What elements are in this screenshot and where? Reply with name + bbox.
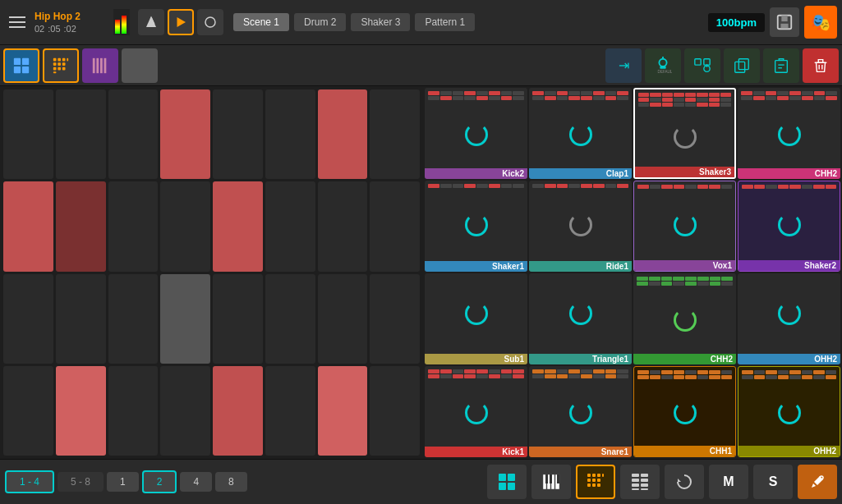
loop-icon — [569, 401, 592, 424]
svg-rect-62 — [632, 474, 639, 477]
scene-tab-1[interactable]: Scene 1 — [233, 13, 289, 31]
solo-button[interactable]: S — [753, 465, 793, 499]
clip-cell[interactable]: Shaker2 — [738, 181, 840, 272]
pad[interactable] — [3, 274, 53, 364]
metronome-button[interactable] — [138, 9, 164, 35]
play-button[interactable] — [168, 9, 194, 35]
clip-cell[interactable]: OHH2 — [738, 273, 840, 364]
right-tools: ⇥ DEFAULT — [605, 48, 839, 83]
pad[interactable] — [108, 366, 159, 456]
view-clips-button[interactable] — [82, 48, 118, 83]
pad[interactable] — [370, 181, 420, 271]
clip-cell[interactable]: CHH2 — [633, 273, 736, 364]
pad[interactable] — [318, 89, 368, 179]
mini-pattern — [425, 88, 527, 101]
mini-pattern — [425, 181, 527, 189]
page-1-4-button[interactable]: 1 - 4 — [5, 470, 54, 493]
pad[interactable] — [370, 366, 420, 456]
pad[interactable] — [318, 181, 368, 271]
pad[interactable] — [370, 89, 420, 179]
paste-clip-button[interactable] — [763, 48, 799, 83]
clip-label: CHH2 — [633, 354, 736, 364]
piano-roll-button[interactable] — [531, 465, 571, 499]
pad[interactable] — [160, 181, 210, 271]
page-5-8-button[interactable]: 5 - 8 — [58, 472, 104, 492]
clip-cell[interactable]: Vox1 — [633, 181, 736, 272]
settings-clip-button[interactable] — [684, 48, 720, 83]
pad[interactable] — [213, 89, 263, 179]
clip-cell[interactable]: Ride1 — [529, 181, 632, 272]
clip-cell[interactable]: Kick1 — [425, 366, 527, 457]
menu-line — [9, 26, 25, 28]
pad[interactable] — [56, 181, 106, 271]
pad[interactable] — [265, 89, 315, 179]
pattern-button[interactable] — [576, 465, 615, 499]
page-4-button[interactable]: 4 — [180, 472, 212, 492]
mini-pattern — [634, 181, 735, 190]
bpm-display[interactable]: 100bpm — [708, 13, 765, 32]
pad[interactable] — [108, 274, 159, 364]
mini-pattern — [738, 367, 840, 380]
reset-button[interactable] — [665, 465, 704, 499]
clip-cell[interactable]: Kick2 — [425, 88, 527, 179]
clip-cell[interactable]: CHH1 — [633, 366, 736, 457]
view-grid-button[interactable] — [43, 48, 79, 83]
default-button[interactable]: DEFAULT — [645, 48, 681, 83]
pad[interactable] — [213, 181, 263, 271]
mute-button[interactable]: M — [709, 465, 748, 499]
svg-point-26 — [659, 58, 666, 66]
pad[interactable] — [160, 89, 210, 179]
clip-cell[interactable]: Sub1 — [425, 273, 527, 364]
page-1-button[interactable]: 1 — [107, 472, 139, 492]
clip-cell[interactable]: Shaker3 — [633, 88, 736, 179]
pad[interactable] — [160, 274, 210, 364]
clip-cell[interactable]: Clap1 — [529, 88, 632, 179]
save-button[interactable] — [770, 7, 799, 37]
view-pads-button[interactable] — [3, 48, 39, 83]
record-button[interactable] — [197, 9, 223, 35]
delete-clip-button[interactable] — [803, 48, 839, 83]
svg-rect-44 — [508, 483, 515, 490]
clip-cell[interactable]: Snare1 — [529, 366, 632, 457]
level-meter — [113, 9, 130, 35]
pad[interactable] — [108, 89, 159, 179]
loop-icon — [674, 309, 697, 332]
pad[interactable] — [56, 89, 106, 179]
view-empty-button[interactable] — [122, 48, 158, 83]
page-2-button[interactable]: 2 — [142, 470, 177, 493]
pad[interactable] — [370, 274, 420, 364]
clip-cell[interactable]: CHH2 — [738, 88, 840, 179]
pattern-tab[interactable]: Pattern 1 — [415, 13, 475, 31]
pad[interactable] — [160, 366, 210, 456]
svg-marker-70 — [678, 479, 681, 482]
svg-rect-59 — [587, 483, 591, 487]
svg-rect-49 — [545, 474, 548, 483]
pad[interactable] — [213, 274, 263, 364]
jump-to-button[interactable]: ⇥ — [605, 48, 642, 83]
mini-pattern — [634, 367, 735, 380]
clip-cell[interactable]: Triangle1 — [529, 273, 632, 364]
tools-button[interactable] — [798, 465, 837, 499]
pad[interactable] — [56, 366, 106, 456]
pad[interactable] — [3, 366, 53, 456]
pad[interactable] — [318, 274, 368, 364]
pad[interactable] — [3, 89, 53, 179]
shaker-tab[interactable]: Shaker 3 — [351, 13, 410, 31]
pad[interactable] — [3, 181, 53, 271]
pad[interactable] — [265, 366, 315, 456]
full-grid-button[interactable] — [620, 465, 660, 499]
drum-tab[interactable]: Drum 2 — [294, 13, 346, 31]
clip-cell[interactable]: OHH2 — [738, 366, 840, 457]
menu-button[interactable] — [5, 10, 30, 34]
pad[interactable] — [318, 366, 368, 456]
pads-view-button[interactable] — [487, 465, 527, 499]
pad[interactable] — [108, 181, 159, 271]
clip-pattern — [529, 273, 632, 354]
clip-cell[interactable]: Shaker1 — [425, 181, 527, 272]
copy-clip-button[interactable] — [724, 48, 760, 83]
pad[interactable] — [56, 274, 106, 364]
page-8-button[interactable]: 8 — [215, 472, 247, 492]
pad[interactable] — [265, 274, 315, 364]
pad[interactable] — [265, 181, 315, 271]
pad[interactable] — [213, 366, 263, 456]
